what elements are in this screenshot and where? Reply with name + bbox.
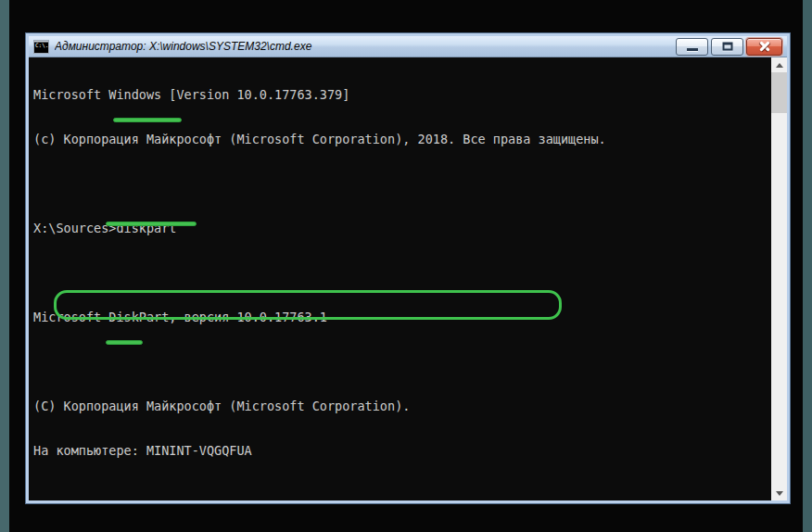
console-line: (c) Корпорация Майкрософт (Microsoft Cor… (33, 132, 628, 146)
console-output: Microsoft Windows [Version 10.0.17763.37… (33, 57, 628, 500)
close-button[interactable] (746, 38, 782, 56)
scrollbar[interactable] (771, 57, 787, 500)
scrollbar-thumb[interactable] (771, 72, 787, 113)
console-line (33, 176, 628, 191)
close-icon (747, 39, 781, 55)
annotation-underline-list-volume (106, 222, 197, 226)
desktop-edge-right (803, 0, 812, 532)
console-line: (C) Корпорация Майкрософт (Microsoft Cor… (33, 399, 628, 413)
titlebar[interactable]: C:\. Администратор: X:\windows\SYSTEM32\… (29, 36, 787, 57)
console-line: На компьютере: MININT-VQGQFUA (33, 443, 628, 458)
scroll-down-button[interactable] (771, 486, 787, 500)
maximize-button[interactable] (711, 38, 743, 56)
scroll-down-icon (776, 491, 783, 496)
minimize-button[interactable] (676, 38, 708, 56)
minimize-icon (687, 48, 698, 51)
console-line (33, 488, 628, 500)
console[interactable]: Microsoft Windows [Version 10.0.17763.37… (29, 57, 787, 500)
annotation-underline-diskpart (113, 118, 182, 122)
cmd-window: C:\. Администратор: X:\windows\SYSTEM32\… (26, 33, 790, 503)
console-line (33, 354, 628, 369)
scroll-up-icon (776, 63, 783, 68)
window-controls (673, 38, 782, 56)
cmd-icon[interactable]: C:\. (33, 40, 49, 54)
annotation-box-volume-row (54, 290, 562, 320)
desktop-background: { "window": { "title": "Администратор: X… (0, 0, 812, 532)
console-line: Microsoft Windows [Version 10.0.17763.37… (33, 87, 628, 102)
desktop-edge-left (0, 0, 9, 532)
prompt-text: X:\Sources> (33, 221, 116, 235)
console-line (33, 265, 628, 280)
window-title: Администратор: X:\windows\SYSTEM32\cmd.e… (55, 40, 673, 53)
scroll-up-button[interactable] (771, 57, 787, 72)
maximize-icon (722, 43, 732, 51)
annotation-underline-exit (106, 340, 143, 345)
